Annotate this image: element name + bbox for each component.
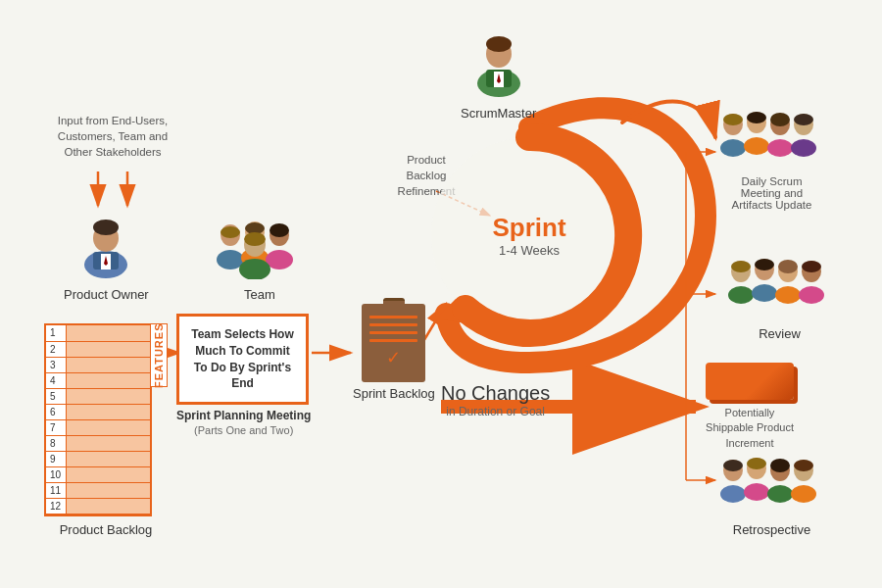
- sprint-planning-title: Sprint Planning Meeting: [176, 409, 311, 422]
- daily-scrum-line2: Meeting and: [715, 187, 828, 199]
- daily-scrum-icon: [715, 103, 828, 172]
- input-line1: Input from End-Users,: [58, 115, 168, 126]
- svg-point-44: [744, 137, 769, 155]
- svg-point-31: [244, 232, 266, 246]
- backlog-row: 2: [46, 341, 150, 357]
- backlog-row: 6: [46, 404, 150, 419]
- shippable-line2: Shippable Product: [706, 421, 794, 433]
- svg-point-56: [752, 284, 777, 302]
- backlog-label: Product Backlog: [44, 522, 168, 537]
- svg-point-50: [791, 139, 816, 157]
- sprint-ring: Sprint 1-4 Weeks: [412, 118, 647, 353]
- no-changes-area: No Changes in Duration or Goal: [441, 382, 550, 418]
- input-line2: Customers, Team and: [58, 130, 168, 142]
- svg-point-59: [775, 286, 801, 304]
- input-line3: Other Stakeholders: [64, 146, 161, 158]
- shippable-box-icon: [706, 363, 794, 400]
- input-text: Input from End-Users, Customers, Team an…: [54, 113, 172, 160]
- shippable-line3: Increment: [726, 437, 774, 449]
- sprint-backlog-label: Sprint Backlog: [353, 386, 435, 401]
- shippable-area: Potentially Shippable Product Increment: [706, 363, 794, 451]
- daily-scrum-line1: Daily Scrum: [715, 175, 828, 187]
- sprint-circle-area: Sprint 1-4 Weeks: [412, 118, 647, 353]
- sprint-planning-subtitle: (Parts One and Two): [176, 424, 311, 436]
- review-icon: [723, 250, 836, 318]
- svg-point-41: [720, 139, 746, 157]
- review-label: Review: [723, 326, 836, 341]
- svg-point-70: [770, 459, 790, 472]
- sprint-planning-box: Team Selects How Much To Commit To Do By…: [176, 314, 309, 405]
- product-owner-area: Product Owner: [64, 211, 149, 302]
- backlog-row: 9: [46, 451, 150, 466]
- svg-point-49: [794, 114, 813, 125]
- review-area: Review: [723, 250, 836, 341]
- svg-point-73: [794, 460, 813, 471]
- svg-point-40: [723, 114, 743, 125]
- shippable-label: Potentially Shippable Product Increment: [706, 406, 794, 451]
- scrum-master-area: ScrumMaster: [461, 24, 536, 121]
- backlog-row: 12: [46, 498, 150, 514]
- svg-point-62: [799, 286, 824, 304]
- team-label: Team: [211, 287, 309, 302]
- sprint-text: Sprint 1-4 Weeks: [492, 213, 565, 258]
- svg-point-53: [728, 286, 754, 304]
- svg-point-67: [747, 458, 766, 469]
- svg-point-46: [770, 113, 790, 126]
- svg-point-58: [778, 260, 798, 273]
- svg-point-55: [755, 259, 774, 270]
- svg-point-22: [220, 226, 240, 238]
- svg-point-52: [731, 261, 751, 272]
- backlog-row: 8: [46, 435, 150, 451]
- diagram: Input from End-Users, Customers, Team an…: [0, 0, 882, 588]
- backlog-list: 1 2 3 4 5 6 7 8 9 10 11 12: [44, 323, 152, 516]
- no-changes-subtitle: in Duration or Goal: [441, 405, 550, 418]
- svg-point-38: [486, 36, 512, 52]
- daily-scrum-line3: Artifacts Update: [715, 199, 828, 211]
- svg-point-32: [239, 259, 270, 279]
- scrum-master-icon: [465, 24, 533, 98]
- svg-point-68: [744, 483, 769, 501]
- svg-point-74: [791, 485, 816, 503]
- team-area: Team: [211, 211, 309, 302]
- backlog-row: 1: [46, 325, 150, 341]
- backlog-row: 7: [46, 419, 150, 435]
- backlog-row: 4: [46, 372, 150, 388]
- sprint-title: Sprint: [492, 213, 565, 243]
- sprint-weeks: 1-4 Weeks: [492, 243, 565, 258]
- product-backlog-area: 1 2 3 4 5 6 7 8 9 10 11 12 FEATURES Prod…: [44, 323, 168, 537]
- svg-point-61: [802, 261, 821, 272]
- svg-point-43: [747, 112, 766, 123]
- team-icon: [211, 211, 309, 279]
- retrospective-icon: [715, 451, 828, 514]
- shippable-line1: Potentially: [725, 407, 775, 418]
- daily-scrum-area: Daily Scrum Meeting and Artifacts Update: [715, 103, 828, 211]
- svg-point-71: [767, 485, 793, 503]
- backlog-row: 5: [46, 388, 150, 404]
- svg-point-20: [93, 220, 119, 235]
- features-label: FEATURES: [150, 323, 168, 387]
- backlog-row: 11: [46, 482, 150, 498]
- backlog-row: 3: [46, 357, 150, 372]
- svg-point-28: [270, 223, 289, 237]
- product-owner-label: Product Owner: [64, 287, 149, 302]
- svg-point-64: [723, 460, 743, 471]
- svg-point-65: [720, 485, 746, 503]
- svg-point-47: [767, 139, 793, 157]
- product-owner-icon: [72, 211, 140, 279]
- no-changes-title: No Changes: [441, 382, 550, 405]
- backlog-row: 10: [46, 466, 150, 482]
- retrospective-area: Retrospective: [715, 451, 828, 537]
- retrospective-label: Retrospective: [715, 522, 828, 537]
- sprint-planning-box-text: Team Selects How Much To Commit To Do By…: [191, 327, 293, 390]
- sprint-planning-area: Team Selects How Much To Commit To Do By…: [176, 314, 311, 436]
